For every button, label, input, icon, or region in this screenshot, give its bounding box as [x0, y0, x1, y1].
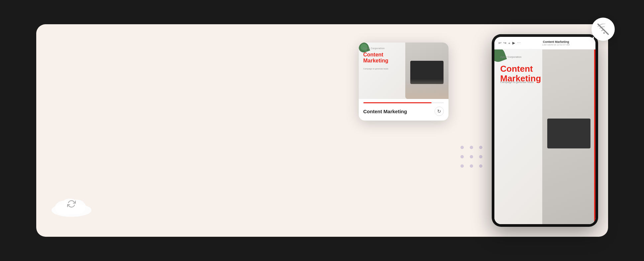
dot [470, 146, 473, 149]
popup-card-title: Content Marketing [363, 109, 407, 114]
slide-subtitle: Campaign to generate leads [363, 68, 388, 70]
tablet-content-area: Zyker Corporation ContentMarketing Campa… [494, 49, 595, 224]
dot [460, 146, 464, 149]
refresh-button[interactable]: ↻ [435, 107, 444, 116]
tablet-save-text: Last saved at 12:02:07 AM [542, 44, 570, 46]
dot [479, 164, 482, 168]
dot [460, 155, 464, 158]
tablet-laptop-screen [547, 119, 590, 148]
tablet-doc-title: Content Marketing [542, 40, 570, 44]
add-button[interactable]: + [508, 41, 510, 45]
dot-grid [460, 146, 485, 170]
undo-button[interactable]: ↩ [498, 41, 501, 45]
tablet-slide: Zyker Corporation ContentMarketing Campa… [494, 49, 595, 224]
popup-card: Zyker Corporation ContentMarketing Campa… [359, 43, 449, 121]
popup-card-footer: Content Marketing ↻ [359, 103, 449, 121]
sync-icon [67, 200, 76, 210]
svg-point-4 [603, 32, 604, 34]
cloud-sync-area [48, 192, 95, 217]
share-button[interactable]: ⋯ [517, 41, 521, 45]
play-button[interactable]: ▶ [512, 41, 515, 45]
tablet-screen: ↩ ↪ + ▶ ⋯ Content Marketing Last saved a… [494, 37, 595, 224]
dot [460, 164, 464, 168]
wifi-crossed-icon [597, 24, 609, 35]
toolbar-center-area: Content Marketing Last saved at 12:02:07… [542, 40, 570, 46]
redo-button[interactable]: ↪ [503, 41, 506, 45]
main-card: Zyker Corporation ContentMarketing Campa… [36, 24, 608, 237]
slide-title: ContentMarketing [363, 52, 389, 64]
progress-bar-area [359, 99, 449, 103]
tablet-toolbar: ↩ ↪ + ▶ ⋯ Content Marketing Last saved a… [494, 37, 595, 49]
slide-preview: Zyker Corporation ContentMarketing Campa… [359, 43, 449, 99]
wifi-badge [591, 18, 615, 41]
dot [470, 164, 473, 168]
tablet-device: ▲ ▾ ▮ ↩ ↪ + ▶ ⋯ Content Marketing Last s… [492, 34, 598, 227]
dot [479, 146, 482, 149]
slide-company-label: Zyker Corporation [363, 47, 385, 49]
popup-card-image: Zyker Corporation ContentMarketing Campa… [359, 43, 449, 99]
toolbar-left: ↩ ↪ + ▶ ⋯ [498, 41, 521, 45]
tablet-slide-subtitle: Campaign to generate leads [500, 81, 534, 84]
dot [479, 155, 482, 158]
hands-overlay [405, 79, 449, 99]
tablet-slide-title: ContentMarketing [500, 64, 541, 83]
dot [470, 155, 473, 158]
laptop-image [405, 43, 449, 99]
tablet-laptop [542, 49, 595, 224]
tablet-slide-company: Zyker Corporation [500, 55, 522, 58]
tablet-red-accent [594, 49, 595, 224]
